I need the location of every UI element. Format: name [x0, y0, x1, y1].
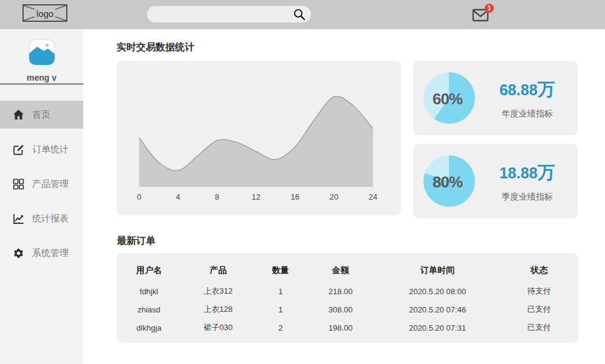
- table-cell: 2020.5.20 07:31: [375, 320, 500, 338]
- stat-caption: 季度业绩指标: [485, 192, 570, 203]
- x-axis-tick-label: 12: [251, 192, 260, 201]
- sidebar-item-order-stats[interactable]: 订单统计: [0, 135, 83, 163]
- notification-badge: 1: [485, 4, 494, 13]
- table-cell: 1: [255, 302, 306, 320]
- table-cell: 已支付: [500, 302, 578, 320]
- sidebar-nav: 首页 订单统计 产品管理: [0, 101, 83, 274]
- column-header: 数量: [255, 261, 306, 283]
- orders-table-head: 用户名产品数量金额订单时间状态: [117, 261, 578, 283]
- table-cell: 上衣312: [181, 283, 255, 302]
- orders-table: 用户名产品数量金额订单时间状态 fdhjkl上衣3121218.002020.5…: [117, 261, 578, 338]
- pie-percent-label: 60%: [432, 89, 462, 108]
- pie-percent-label: 80%: [432, 172, 462, 191]
- section-title-latest-orders: 最新订单: [117, 235, 156, 248]
- logo-placeholder[interactable]: logo: [22, 4, 67, 22]
- x-axis-tick-label: 20: [330, 192, 338, 201]
- table-cell: 裙子030: [181, 320, 255, 338]
- column-header: 状态: [500, 261, 578, 283]
- orders-table-panel: 用户名产品数量金额订单时间状态 fdhjkl上衣3121218.002020.5…: [117, 253, 578, 343]
- main-content: 实时交易数据统计 04812162024 60% 68.88万 年度业绩指标 8…: [83, 29, 605, 364]
- column-header: 金额: [306, 261, 375, 283]
- sidebar-item-product-management[interactable]: 产品管理: [0, 170, 83, 198]
- sidebar-item-label: 系统管理: [32, 248, 69, 259]
- x-axis-tick-label: 16: [290, 192, 299, 201]
- x-axis-tick-label: 4: [176, 192, 180, 201]
- sidebar-item-system-management[interactable]: 系统管理: [0, 239, 83, 267]
- area-chart: 04812162024: [139, 76, 380, 205]
- chart-line-icon: [13, 213, 24, 224]
- table-cell: fdhjkl: [117, 283, 181, 302]
- sidebar-item-label: 统计报表: [32, 213, 69, 224]
- x-axis-tick-label: 24: [369, 192, 377, 201]
- home-icon: [13, 109, 24, 121]
- logo-text: logo: [35, 8, 55, 18]
- table-cell: 1: [255, 283, 306, 302]
- username: meng v: [0, 73, 83, 83]
- x-axis-tick-label: 0: [137, 192, 141, 201]
- search-icon[interactable]: [293, 8, 306, 21]
- table-cell: zhiasd: [117, 302, 181, 320]
- area-chart-panel: 04812162024: [117, 61, 401, 215]
- edit-square-icon: [13, 144, 24, 155]
- pie-chart-annual: 60%: [423, 72, 475, 124]
- table-cell: 已支付: [500, 320, 578, 338]
- stat-card-annual: 60% 68.88万 年度业绩指标: [413, 61, 578, 135]
- top-bar: logo 1: [0, 0, 605, 29]
- search-input[interactable]: [156, 6, 294, 22]
- sidebar-item-label: 产品管理: [32, 178, 69, 190]
- stat-caption: 年度业绩指标: [485, 109, 570, 120]
- stat-value: 68.88万: [485, 78, 570, 102]
- table-cell: 198.00: [306, 320, 375, 338]
- table-row: dlkhgja裙子0302198.002020.5.20 07:31已支付: [117, 320, 578, 338]
- sidebar-item-statistics-report[interactable]: 统计报表: [0, 204, 83, 232]
- stat-card-info: 68.88万 年度业绩指标: [485, 78, 570, 120]
- image-placeholder-icon: [28, 38, 56, 66]
- search-bar: [147, 6, 311, 22]
- table-cell: 2: [255, 320, 306, 338]
- gear-icon: [13, 248, 24, 259]
- stat-card-info: 18.88万 季度业绩指标: [485, 161, 570, 203]
- orders-table-body: fdhjkl上衣3121218.002020.5.20 08:00待支付zhia…: [117, 283, 578, 338]
- stat-card-quarterly: 80% 18.88万 季度业绩指标: [413, 144, 578, 218]
- column-header: 用户名: [117, 261, 181, 283]
- table-cell: 上衣128: [181, 302, 255, 320]
- table-row: zhiasd上衣1281308.002020.5.20 07:46已支付: [117, 302, 578, 320]
- table-cell: 308.00: [306, 302, 375, 320]
- avatar[interactable]: [28, 38, 56, 66]
- sidebar-divider: [0, 83, 83, 85]
- stat-value: 18.88万: [485, 161, 570, 185]
- table-cell: 2020.5.20 08:00: [375, 283, 500, 302]
- sidebar-item-label: 首页: [32, 109, 50, 121]
- sidebar-item-label: 订单统计: [32, 144, 69, 155]
- section-title-realtime-stats: 实时交易数据统计: [117, 41, 194, 54]
- column-header: 产品: [181, 261, 255, 283]
- user-profile: meng v: [0, 29, 83, 83]
- table-row: fdhjkl上衣3121218.002020.5.20 08:00待支付: [117, 283, 578, 302]
- pie-chart-quarterly: 80%: [423, 155, 475, 207]
- table-cell: 2020.5.20 07:46: [375, 302, 500, 320]
- table-cell: 218.00: [306, 283, 375, 302]
- column-header: 订单时间: [375, 261, 500, 283]
- sidebar-item-home[interactable]: 首页: [0, 101, 83, 129]
- x-axis-tick-label: 8: [215, 192, 219, 201]
- grid-icon: [13, 178, 24, 190]
- mail-button[interactable]: 1: [471, 7, 490, 23]
- table-cell: dlkhgja: [117, 320, 181, 338]
- sidebar: meng v 首页 订单统计: [0, 29, 83, 364]
- table-cell: 待支付: [500, 283, 578, 302]
